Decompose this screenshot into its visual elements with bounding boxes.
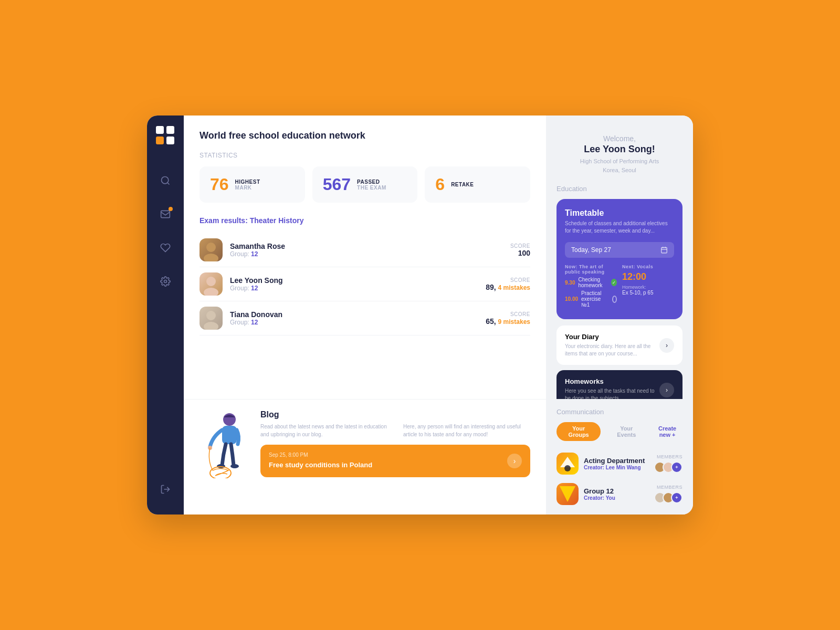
bottom-section: Blog Read about the latest news and the … <box>184 399 693 514</box>
score-mistakes-3: 9 mistakes <box>498 318 530 326</box>
svg-point-21 <box>230 464 239 468</box>
group-icon-1 <box>556 453 579 475</box>
stat-label-retake-top: RETAKE <box>451 182 474 187</box>
blog-card-date: Sep 25, 8:00 PM <box>269 452 372 458</box>
student-group-1: Group: 12 <box>230 250 503 258</box>
svg-point-2 <box>164 280 167 283</box>
group-info-1: Acting Department Creator: Lee Min Wang <box>584 457 649 470</box>
student-row-3: Tiana Donovan Group: 12 SCORE 65, 9 mist… <box>200 301 530 335</box>
blog-illustration <box>200 410 252 478</box>
create-new-button[interactable]: Create new + <box>652 425 682 438</box>
group-name-2: Group 12 <box>584 487 649 495</box>
score-wrap-3: SCORE 65, 9 mistakes <box>486 311 530 326</box>
blog-content-cols: Read about the latest news and the lates… <box>260 423 530 445</box>
profile-school: High School of Performing Arts Korea, Se… <box>580 157 659 174</box>
student-row-2: Lee Yoon Song Group: 12 SCORE 89, 4 mist… <box>200 267 530 301</box>
homework-value: Ex 5-10, p 65 <box>622 290 674 296</box>
app-container: World free school education network Stat… <box>147 116 693 514</box>
group-name-1: Acting Department <box>584 457 649 465</box>
stat-cards: 76 HIGHEST MARK 567 PASSED THE EXAM <box>200 166 530 203</box>
group-row-1: Acting Department Creator: Lee Min Wang … <box>556 448 682 479</box>
student-name-1: Samantha Rose <box>230 242 503 250</box>
stat-value-highest: 76 <box>210 175 229 194</box>
mail-icon[interactable] <box>156 205 175 224</box>
student-avatar-1 <box>200 238 223 261</box>
svg-point-8 <box>206 311 216 320</box>
stat-value-passed: 567 <box>323 175 351 194</box>
svg-rect-14 <box>662 247 667 253</box>
sidebar-bottom <box>156 480 175 504</box>
communication-section: Communication Your Groups Your Events Cr… <box>546 400 693 514</box>
blog-title: Blog <box>260 410 530 419</box>
svg-point-7 <box>204 288 218 296</box>
blog-card-title: Free study conditions in Poland <box>269 461 372 470</box>
blog-card[interactable]: Sep 25, 8:00 PM Free study conditions in… <box>260 445 530 477</box>
score-wrap-2: SCORE 89, 4 mistakes <box>486 277 530 291</box>
homeworks-title: Homeworks <box>565 377 659 385</box>
check-empty-icon <box>612 296 617 303</box>
diary-chevron[interactable]: › <box>659 338 674 353</box>
student-avatar-3 <box>200 307 223 330</box>
member-av-plus-1[interactable]: + <box>671 461 682 473</box>
communication-tabs: Your Groups Your Events Create new + <box>556 422 682 441</box>
student-group-3: Group: 12 <box>230 319 478 326</box>
diary-desc: Your electronic diary. Here are all the … <box>565 343 659 358</box>
group-row-2: Group 12 Creator: You MEMBERS + <box>556 479 682 509</box>
blog-left-col: Read about the latest news and the lates… <box>260 423 393 445</box>
stat-card-passed: 567 PASSED THE EXAM <box>312 166 418 203</box>
welcome-text: Welcome, <box>603 134 636 143</box>
exam-title: Exam results: Theater History <box>200 216 530 225</box>
homeworks-chevron[interactable]: › <box>659 383 674 397</box>
stat-label-highest-bot: MARK <box>235 185 260 191</box>
svg-rect-1 <box>161 211 170 217</box>
homework-label: Homework: <box>622 285 674 290</box>
svg-point-0 <box>162 177 169 184</box>
stat-value-retake: 6 <box>435 175 445 194</box>
timetable-date-row: Today, Sep 27 <box>565 242 674 258</box>
group-creator-2: Creator: You <box>584 495 649 501</box>
profile-name: Lee Yoon Song! <box>584 144 655 155</box>
exam-subject: Theater History <box>250 216 304 225</box>
tab-your-groups[interactable]: Your Groups <box>556 422 601 441</box>
members-wrap-2: MEMBERS + <box>654 485 682 503</box>
schedule-grid: Now: The art of public speaking 9.30 Che… <box>565 264 674 310</box>
heart-icon[interactable] <box>156 238 175 257</box>
svg-point-5 <box>204 254 218 261</box>
stat-label-passed-top: PASSED <box>357 179 386 185</box>
logout-icon[interactable] <box>156 480 175 499</box>
tab-your-events[interactable]: Your Events <box>605 422 648 441</box>
blog-desc-left: Read about the latest news and the lates… <box>260 423 393 438</box>
blog-card-info: Sep 25, 8:00 PM Free study conditions in… <box>269 452 372 470</box>
search-icon[interactable] <box>156 171 175 190</box>
score-mistakes-2: 4 mistakes <box>498 284 530 291</box>
student-row-1: Samantha Rose Group: 12 SCORE 100 <box>200 233 530 267</box>
stat-label-passed-bot: THE EXAM <box>357 185 386 191</box>
svg-point-4 <box>206 243 216 252</box>
score-wrap-1: SCORE 100 <box>510 243 530 257</box>
stat-card-retake: 6 RETAKE <box>425 166 530 203</box>
schedule-item-2: 10.00 Practical exercise №1 <box>565 290 617 308</box>
next-time: 12:00 <box>622 271 674 282</box>
stats-label: Statistics <box>200 152 530 159</box>
svg-point-26 <box>564 465 571 471</box>
student-info-1: Samantha Rose Group: 12 <box>230 242 503 258</box>
members-wrap-1: MEMBERS + <box>654 454 682 473</box>
score-value-2: 89, <box>486 283 496 291</box>
sidebar-nav <box>156 171 175 475</box>
student-avatar-2 <box>200 272 223 296</box>
settings-icon[interactable] <box>156 272 175 291</box>
communication-label: Communication <box>556 408 682 416</box>
schedule-now: Now: The art of public speaking 9.30 Che… <box>565 264 617 310</box>
blog-arrow-icon[interactable]: › <box>507 454 522 468</box>
right-panel: Welcome, Lee Yoon Song! High School of P… <box>546 116 693 399</box>
blog-desc-right: Here, any person will find an interestin… <box>398 423 530 438</box>
student-info-3: Tiana Donovan Group: 12 <box>230 310 478 326</box>
main-content: World free school education network Stat… <box>184 116 693 514</box>
app-title: World free school education network <box>200 130 530 141</box>
svg-rect-19 <box>222 426 237 444</box>
member-avatars-1: + <box>654 461 682 473</box>
stat-card-highest: 76 HIGHEST MARK <box>200 166 305 203</box>
member-av-plus-2[interactable]: + <box>671 492 682 503</box>
homeworks-desc: Here you see all the tasks that need to … <box>565 387 659 399</box>
sidebar <box>147 116 184 514</box>
